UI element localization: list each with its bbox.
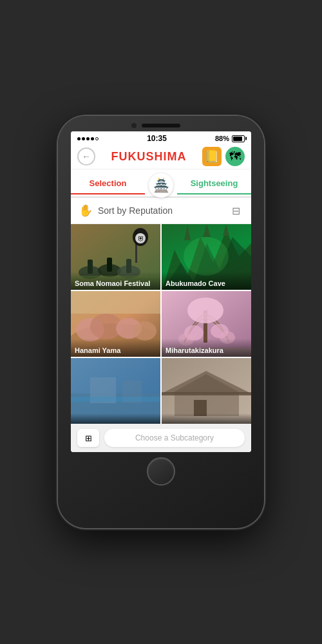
status-time: 10:35 bbox=[147, 134, 167, 143]
subcategory-placeholder: Choose a Subcategory bbox=[135, 433, 214, 442]
attractions-grid: ⛨ Soma Nomaoi Festival bbox=[71, 224, 251, 424]
svg-rect-38 bbox=[71, 397, 160, 402]
signal-dot-2 bbox=[82, 137, 85, 140]
hand-icon: ✋ bbox=[79, 204, 93, 218]
svg-rect-6 bbox=[126, 259, 131, 273]
tab-selection-label: Selection bbox=[90, 178, 127, 188]
grid-view-button[interactable]: ⊞ bbox=[77, 429, 99, 447]
sort-left: ✋ Sort by Reputation bbox=[79, 204, 173, 218]
svg-rect-25 bbox=[71, 291, 160, 314]
phone-frame: 10:35 88% ← FUKUSHIMA 📒 🗺 bbox=[58, 116, 264, 528]
battery-percent: 88% bbox=[215, 135, 229, 142]
grid-view-icon: ⊞ bbox=[85, 433, 92, 443]
status-bar: 10:35 88% bbox=[71, 131, 251, 144]
app-header: ← FUKUSHIMA 📒 🗺 bbox=[71, 144, 251, 169]
phone-screen: 10:35 88% ← FUKUSHIMA 📒 🗺 bbox=[71, 131, 251, 452]
svg-text:⛨: ⛨ bbox=[138, 235, 144, 242]
sort-bar: ✋ Sort by Reputation ⊟ bbox=[71, 198, 251, 224]
signal-dot-1 bbox=[77, 137, 80, 140]
bottom-right-label bbox=[162, 413, 251, 424]
battery-fill bbox=[233, 137, 242, 141]
tab-selection[interactable]: Selection bbox=[71, 173, 145, 193]
grid-item-sakura[interactable]: Miharutakizakura bbox=[162, 291, 251, 357]
battery-icon bbox=[232, 135, 245, 142]
back-icon: ← bbox=[82, 151, 91, 162]
grid-item-hanami[interactable]: Hanami Yama bbox=[71, 291, 160, 357]
phone-speaker bbox=[142, 124, 180, 128]
filter-button[interactable]: ⊟ bbox=[228, 203, 243, 218]
svg-rect-44 bbox=[162, 392, 251, 395]
grid-item-festival[interactable]: ⛨ Soma Nomaoi Festival bbox=[71, 224, 160, 290]
status-right: 88% bbox=[215, 135, 245, 142]
tab-center-badge: 🏯 bbox=[149, 173, 173, 198]
signal-dot-4 bbox=[91, 137, 94, 140]
hanami-label: Hanami Yama bbox=[71, 339, 160, 357]
tab-sightseeing-label: Sightseeing bbox=[191, 178, 238, 188]
back-button[interactable]: ← bbox=[77, 147, 95, 166]
bottom-bar: ⊞ Choose a Subcategory bbox=[71, 424, 251, 452]
grid-item-cave[interactable]: Abukumado Cave bbox=[162, 224, 251, 290]
phone-bottom bbox=[147, 457, 175, 486]
page-title: FUKUSHIMA bbox=[111, 150, 187, 164]
grid-item-bottom-right[interactable] bbox=[162, 358, 251, 424]
tab-sightseeing[interactable]: Sightseeing bbox=[177, 173, 251, 193]
svg-point-28 bbox=[187, 298, 223, 323]
signal-dot-3 bbox=[86, 137, 90, 140]
svg-point-15 bbox=[184, 237, 229, 276]
tab-bar: Selection 🏯 Sightseeing bbox=[71, 169, 251, 198]
svg-rect-4 bbox=[107, 258, 112, 272]
svg-point-24 bbox=[133, 321, 156, 341]
subcategory-selector[interactable]: Choose a Subcategory bbox=[104, 429, 245, 447]
sort-label: Sort by Reputation bbox=[98, 205, 173, 216]
bottom-left-label bbox=[71, 413, 160, 424]
home-button[interactable] bbox=[147, 457, 175, 486]
sakura-label: Miharutakizakura bbox=[162, 339, 251, 357]
header-icons: 📒 🗺 bbox=[202, 147, 245, 166]
festival-label: Soma Nomaoi Festival bbox=[71, 272, 160, 290]
cave-label: Abukumado Cave bbox=[162, 272, 251, 290]
signal-indicator bbox=[77, 137, 99, 140]
grid-item-bottom-left[interactable] bbox=[71, 358, 160, 424]
map-icon[interactable]: 🗺 bbox=[225, 147, 245, 166]
guide-book-icon[interactable]: 📒 bbox=[202, 147, 222, 166]
signal-dot-5 bbox=[95, 137, 99, 140]
filter-icon: ⊟ bbox=[232, 205, 240, 217]
